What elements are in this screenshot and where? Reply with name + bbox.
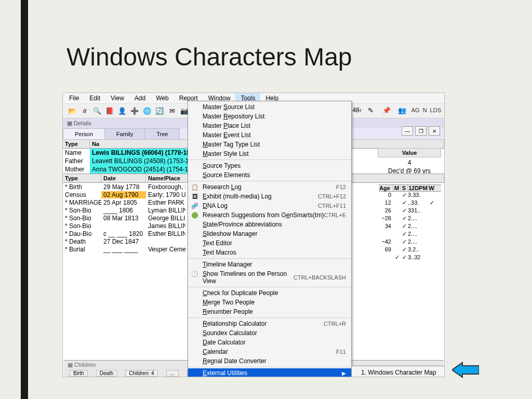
svg-marker-0 xyxy=(452,363,479,377)
menu-item-label: Text Editor xyxy=(203,240,232,247)
col-w: W xyxy=(429,185,435,191)
age-age xyxy=(379,254,393,262)
menu-view[interactable]: View xyxy=(105,93,129,103)
age-row: ✓2.... xyxy=(379,231,441,238)
folder-icon[interactable]: 📂 xyxy=(68,107,77,116)
menu-item[interactable]: 🟢Research Suggestions from GenSmarts(tm)… xyxy=(188,210,351,220)
people-icon[interactable]: 👥 xyxy=(397,105,407,115)
col-date: Date xyxy=(101,174,146,182)
toolbar-label-n[interactable]: N xyxy=(423,107,427,113)
menu-item[interactable]: Text Editor xyxy=(188,238,351,248)
footer-tab[interactable]: Death xyxy=(96,370,117,377)
age-m xyxy=(393,200,401,207)
menu-item[interactable]: Master Event List xyxy=(188,130,351,140)
footer-tab[interactable]: … xyxy=(166,370,179,377)
close-button[interactable]: ✕ xyxy=(429,126,440,136)
maximize-button[interactable]: ❐ xyxy=(415,126,427,136)
menu-item[interactable]: Text Macros xyxy=(188,248,351,257)
age-s: ✓ xyxy=(401,200,408,207)
age-age: 69 xyxy=(379,246,393,254)
pencil-icon[interactable]: ✎ xyxy=(366,105,376,115)
value-cell: 4 xyxy=(378,158,441,167)
toolbar-label-lds[interactable]: LDS xyxy=(430,107,441,113)
age-w xyxy=(429,254,435,262)
menu-item-shortcut: CTRL+F12 xyxy=(318,193,346,200)
menu-item[interactable]: Check for Duplicate People xyxy=(188,288,351,298)
menu-item[interactable]: Renumber People xyxy=(188,307,351,316)
event-name-place: James BILLINGS xyxy=(146,222,185,230)
menu-item-label: DNA Log xyxy=(203,202,228,209)
menu-item-label: Timeline Manager xyxy=(203,261,252,268)
submenu-item-charmap[interactable]: 1. Windows Character Map xyxy=(352,367,445,377)
menu-item-label: Show Timelines on the Person View xyxy=(203,270,294,285)
menu-item[interactable]: Regnal Date Converter xyxy=(188,356,351,366)
event-type: * Son-Bio xyxy=(63,222,101,230)
menu-item-label: Master Place List xyxy=(203,122,250,129)
minimize-button[interactable]: — xyxy=(402,126,413,136)
menu-item[interactable]: Master Repository List xyxy=(188,112,351,121)
menu-item[interactable]: Timeline Manager xyxy=(188,260,351,269)
tab-tree[interactable]: Tree xyxy=(144,128,180,139)
menu-item[interactable]: 📋Research LogF12 xyxy=(188,182,351,192)
menu-item[interactable]: Source Types xyxy=(188,161,351,170)
refresh-icon[interactable]: 🔄 xyxy=(155,107,164,116)
menu-item[interactable]: Merge Two People xyxy=(188,298,351,307)
footer-tab[interactable]: Birth xyxy=(70,370,88,377)
age-age: 12 xyxy=(379,200,393,207)
age-dp: 3..32 xyxy=(408,254,429,262)
menu-web[interactable]: Web xyxy=(151,93,174,103)
menu-item[interactable]: Master Style List xyxy=(188,149,351,158)
age-m xyxy=(393,231,401,238)
menu-item-label: Source Types xyxy=(203,162,241,169)
zoom-value[interactable]: 48‹ xyxy=(352,107,361,114)
menu-item[interactable]: CalendarF11 xyxy=(188,347,351,356)
menu-item[interactable]: Source Elements xyxy=(188,170,351,180)
menu-item[interactable]: Master Tag Type List xyxy=(188,140,351,149)
age-grid: Age M S 12DPM W 0✓3.33.12✓..33.✓26✓331..… xyxy=(379,184,441,262)
mail-icon[interactable]: ✉ xyxy=(167,107,177,116)
menu-item[interactable]: Date Calculator xyxy=(188,338,351,347)
menu-item[interactable]: Soundex Calculator xyxy=(188,328,351,338)
pin-icon[interactable]: 📌 xyxy=(382,105,391,115)
footer-tab[interactable]: Children: 4 xyxy=(125,370,157,377)
age-row: ~42✓2.... xyxy=(379,238,441,246)
person-add-icon[interactable]: ➕ xyxy=(130,107,139,116)
book-icon[interactable]: 📕 xyxy=(105,107,114,116)
menu-item[interactable]: Relationship CalculatorCTRL+R xyxy=(188,319,351,328)
tab-family[interactable]: Family xyxy=(104,128,145,139)
menu-item[interactable]: External Utilities▶ xyxy=(188,368,351,377)
age-age: 26 xyxy=(379,207,393,215)
slide-title: Windows Characters Map xyxy=(66,43,352,71)
age-s: ✓ xyxy=(401,223,408,231)
menu-item-shortcut: F11 xyxy=(336,349,346,355)
age-s: ✓ xyxy=(401,254,408,262)
tab-person[interactable]: Person xyxy=(63,128,105,139)
toolbar-label-ag[interactable]: AG xyxy=(411,107,420,113)
menu-item[interactable]: 🧬DNA LogCTRL+F11 xyxy=(188,201,351,210)
menu-item[interactable]: 🖼Exhibit (multi-media) LogCTRL+F12 xyxy=(188,192,351,201)
menu-item[interactable]: Slideshow Manager xyxy=(188,229,351,238)
event-date: c __ ___ 1820 xyxy=(101,230,146,237)
window-buttons: — ❐ ✕ xyxy=(402,126,440,136)
menu-item-label: Exhibit (multi-media) Log xyxy=(203,193,272,200)
age-m xyxy=(393,246,401,254)
event-name-place: Vesper Cemeter xyxy=(146,246,185,253)
hash-icon[interactable]: # xyxy=(80,107,89,116)
menu-item[interactable]: State/Province abbreviations xyxy=(188,220,351,229)
value-column: Value 4 Dec'd @ 69 yrs xyxy=(378,148,441,175)
menu-add[interactable]: Add xyxy=(129,93,151,103)
binoculars-icon[interactable]: 🔍 xyxy=(92,107,102,116)
person-icon[interactable]: 👤 xyxy=(117,107,127,116)
menu-item-label: Slideshow Manager xyxy=(203,230,257,237)
menu-edit[interactable]: Edit xyxy=(84,93,105,103)
menu-item[interactable]: Master Place List xyxy=(188,121,351,130)
globe-icon[interactable]: 🌐 xyxy=(142,107,152,116)
menu-item-label: Source Elements xyxy=(203,171,250,179)
menu-item[interactable]: 🕒Show Timelines on the Person ViewCTRL+B… xyxy=(188,269,351,286)
menu-file[interactable]: File xyxy=(64,93,84,103)
menu-item[interactable]: Master Source List xyxy=(188,102,351,112)
age-dp: 2.... xyxy=(408,223,429,231)
age-row: 26✓331.. xyxy=(379,207,441,215)
event-type: Census xyxy=(63,191,101,198)
menu-item-shortcut: F12 xyxy=(336,184,346,190)
